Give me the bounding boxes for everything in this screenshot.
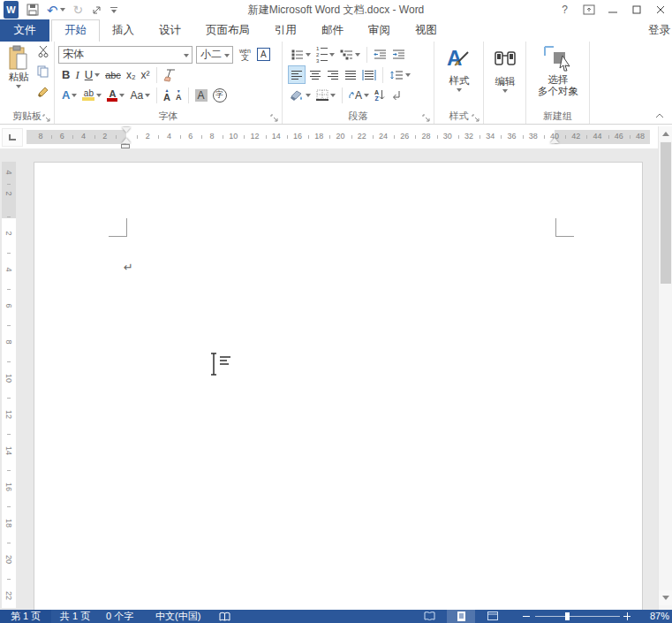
show-hide-marks-icon[interactable] <box>389 86 404 104</box>
shading-dropdown-arrow[interactable] <box>306 94 311 97</box>
paste-button[interactable]: 粘贴 <box>2 45 35 88</box>
customize-qat-icon[interactable] <box>110 1 117 19</box>
paragraph-dialog-launcher-icon[interactable] <box>422 113 431 122</box>
text-effects-dropdown-arrow[interactable] <box>72 94 77 97</box>
tab-页面布局[interactable]: 页面布局 <box>193 19 262 42</box>
line-spacing-button[interactable] <box>388 65 412 84</box>
tab-插入[interactable]: 插入 <box>100 19 147 42</box>
vertical-ruler[interactable]: 42246810121416182022 <box>2 162 16 608</box>
help-icon[interactable]: ? <box>553 0 577 19</box>
underline-dropdown-arrow[interactable] <box>94 73 100 77</box>
grow-font-button[interactable]: ▲A <box>162 86 172 104</box>
font-color-button[interactable]: A <box>105 86 126 104</box>
change-case-dropdown-arrow[interactable] <box>145 94 150 97</box>
multilevel-list-button[interactable] <box>338 45 362 64</box>
page-number-status[interactable]: 第 1 页 <box>0 610 51 623</box>
print-layout-view-icon[interactable] <box>447 610 475 623</box>
paste-dropdown-arrow[interactable] <box>16 85 21 88</box>
tab-file[interactable]: 文件 <box>0 19 49 42</box>
numbering-button[interactable]: 1 2 3 <box>314 45 336 64</box>
zoom-out-icon[interactable] <box>523 610 532 623</box>
change-case-button[interactable]: Aa <box>128 86 152 104</box>
font-color-dropdown-arrow[interactable] <box>119 94 125 97</box>
proofing-status-icon[interactable] <box>219 610 230 623</box>
scrollbar-thumb[interactable] <box>661 142 671 284</box>
bullets-dropdown-arrow[interactable] <box>306 53 311 57</box>
zoom-slider-handle[interactable] <box>565 612 570 620</box>
cut-icon[interactable] <box>37 45 50 60</box>
zoom-in-icon[interactable] <box>623 610 632 623</box>
text-effects-button[interactable]: A <box>60 86 79 104</box>
font-size-combo[interactable]: 小二 <box>196 46 233 64</box>
align-right-button[interactable] <box>325 65 341 84</box>
zoom-level-value[interactable]: 87% <box>638 610 669 623</box>
sign-in-link[interactable]: 登录 <box>648 19 670 42</box>
enclose-characters-button[interactable]: 字 <box>211 86 229 104</box>
word-app-icon[interactable]: W <box>4 1 19 19</box>
tab-stop-selector[interactable] <box>2 128 23 147</box>
italic-button[interactable]: I <box>73 65 80 84</box>
distributed-button[interactable] <box>360 65 378 84</box>
vertical-scrollbar[interactable] <box>658 126 672 610</box>
tab-设计[interactable]: 设计 <box>147 19 193 42</box>
first-line-indent-marker[interactable] <box>122 127 131 133</box>
collapse-ribbon-icon[interactable] <box>654 110 667 121</box>
strikethrough-button[interactable]: abc <box>103 65 123 84</box>
tab-开始[interactable]: 开始 <box>51 19 100 42</box>
tab-引用[interactable]: 引用 <box>262 19 309 42</box>
styles-dialog-launcher-icon[interactable] <box>472 113 480 122</box>
document-page[interactable]: ↵ <box>34 162 643 610</box>
justify-button[interactable] <box>343 65 359 84</box>
font-name-combo[interactable]: 宋体 <box>58 46 193 64</box>
borders-button[interactable] <box>314 86 337 104</box>
undo-dropdown-arrow[interactable] <box>60 8 65 11</box>
font-name-dropdown-arrow[interactable] <box>184 54 189 57</box>
underline-button[interactable]: U <box>83 65 102 84</box>
subscript-button[interactable]: x₂ <box>125 65 138 84</box>
undo-button[interactable]: ↶ <box>47 1 65 19</box>
minimize-icon[interactable] <box>600 0 624 19</box>
borders-dropdown-arrow[interactable] <box>330 94 336 97</box>
increase-indent-icon[interactable] <box>390 45 407 64</box>
highlight-color-button[interactable]: ab <box>80 86 103 104</box>
word-count-status[interactable]: 0 个字 <box>106 610 133 623</box>
bold-button[interactable]: B <box>60 65 72 84</box>
clear-formatting-icon[interactable] <box>162 65 181 84</box>
styles-button[interactable]: A 样式 <box>442 45 477 92</box>
shrink-font-button[interactable]: ▼A <box>174 86 184 104</box>
numbering-dropdown-arrow[interactable] <box>329 53 335 57</box>
hanging-indent-marker[interactable] <box>122 138 131 143</box>
editing-dropdown-arrow[interactable] <box>502 89 508 93</box>
read-mode-view-icon[interactable] <box>415 610 443 623</box>
tab-视图[interactable]: 视图 <box>403 19 449 42</box>
font-size-dropdown-arrow[interactable] <box>224 54 230 57</box>
page-count-status[interactable]: 共 1 页 <box>60 610 90 623</box>
decrease-indent-icon[interactable] <box>372 45 389 64</box>
ribbon-display-options-icon[interactable] <box>577 0 600 19</box>
horizontal-ruler[interactable]: 2468101214161820222426283032343638404244… <box>26 130 650 144</box>
character-border-icon[interactable]: A <box>255 45 272 64</box>
align-center-button[interactable] <box>307 65 323 84</box>
tab-邮件[interactable]: 邮件 <box>309 19 356 42</box>
multilevel-dropdown-arrow[interactable] <box>355 53 360 57</box>
touch-mode-icon[interactable] <box>91 1 102 19</box>
select-objects-button[interactable]: 选择 多个对象 <box>530 45 586 97</box>
web-layout-view-icon[interactable] <box>479 610 507 623</box>
maximize-icon[interactable] <box>624 0 648 19</box>
copy-icon[interactable] <box>37 65 50 80</box>
shading-button[interactable] <box>288 86 313 104</box>
character-shading-button[interactable]: A <box>193 86 209 104</box>
align-left-button[interactable] <box>288 65 306 84</box>
clipboard-dialog-launcher-icon[interactable] <box>42 113 51 122</box>
format-painter-icon[interactable] <box>37 86 50 101</box>
superscript-button[interactable]: x² <box>140 65 152 84</box>
language-status[interactable]: 中文(中国) <box>155 610 200 623</box>
scroll-down-icon[interactable] <box>659 590 672 605</box>
zoom-slider-track[interactable] <box>535 616 620 617</box>
tab-审阅[interactable]: 审阅 <box>356 19 403 42</box>
scroll-up-icon[interactable] <box>659 126 672 141</box>
highlight-dropdown-arrow[interactable] <box>96 94 102 97</box>
bullets-button[interactable] <box>290 45 313 64</box>
phonetic-guide-icon[interactable]: wén 文 <box>238 45 253 64</box>
redo-button[interactable]: ↻ <box>73 1 84 19</box>
